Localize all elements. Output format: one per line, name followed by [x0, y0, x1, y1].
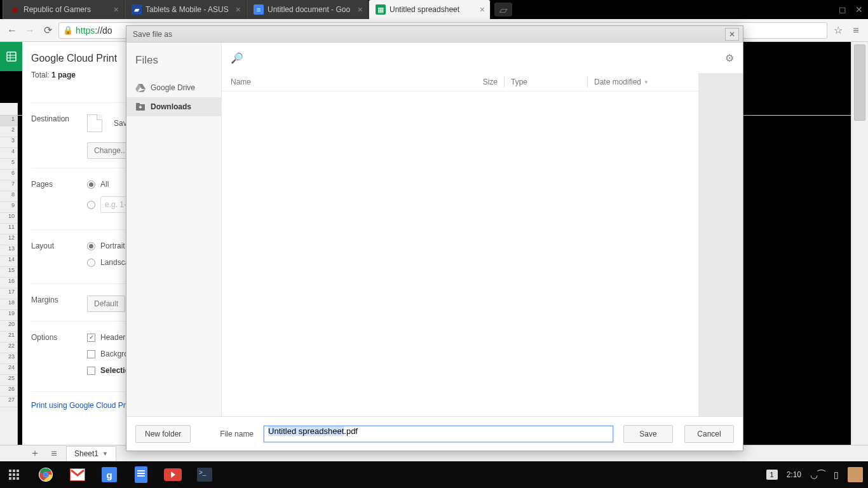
row-header[interactable]: 16 — [0, 278, 17, 288]
chrome-menu-icon[interactable]: ≡ — [849, 24, 863, 37]
app-launcher-icon[interactable] — [5, 466, 23, 484]
pages-range-radio[interactable] — [87, 201, 95, 209]
row-header[interactable]: 3 — [0, 137, 17, 148]
close-icon[interactable]: × — [236, 4, 241, 15]
row-header[interactable]: 5 — [0, 159, 17, 170]
row-header[interactable]: 25 — [0, 375, 17, 386]
add-sheet-button[interactable]: ＋ — [28, 447, 42, 461]
clock[interactable]: 2:10 — [787, 470, 801, 479]
browser-tab-active[interactable]: ▦ Untitled spreadsheet × — [369, 0, 491, 19]
sheets-app-icon[interactable] — [0, 42, 22, 71]
layout-portrait-radio[interactable] — [87, 242, 95, 250]
sheet-tab[interactable]: Sheet1▼ — [66, 446, 116, 461]
headers-checkbox[interactable] — [87, 334, 95, 342]
tab-title: Republic of Gamers — [24, 5, 110, 14]
row-header[interactable]: 27 — [0, 396, 17, 407]
back-button[interactable]: ← — [5, 24, 19, 37]
row-header[interactable]: 2 — [0, 126, 17, 137]
headers-label: Headers — [100, 333, 129, 342]
row-header[interactable]: 9 — [0, 202, 17, 213]
row-header[interactable]: 18 — [0, 299, 17, 310]
row-header[interactable]: 15 — [0, 267, 17, 278]
reload-button[interactable]: ⟳ — [41, 24, 55, 37]
youtube-app-icon[interactable] — [164, 466, 182, 484]
row-header[interactable]: 6 — [0, 170, 17, 180]
col-size[interactable]: Size — [467, 78, 498, 86]
new-folder-button[interactable]: New folder — [135, 425, 191, 443]
row-header[interactable]: 20 — [0, 321, 17, 332]
row-header[interactable]: 26 — [0, 386, 17, 396]
cancel-button[interactable]: Cancel — [684, 425, 734, 443]
col-name[interactable]: Name — [231, 78, 467, 86]
tab-title: Untitled document - Goo — [268, 5, 354, 14]
row-header[interactable]: 8 — [0, 191, 17, 202]
row-header[interactable]: 10 — [0, 213, 17, 224]
margins-select[interactable]: Default — [87, 295, 125, 312]
filename-input[interactable]: Untitled spreadsheet.pdf — [264, 426, 613, 442]
system-tray: 1 2:10 ◡⁀ ▯ — [766, 467, 863, 482]
browser-tab[interactable]: ≡ Untitled document - Goo × — [247, 0, 369, 19]
dialog-toolbar: 🔍 ⚙ — [222, 43, 743, 73]
scrollbar-thumb[interactable] — [854, 44, 865, 121]
row-header[interactable]: 21 — [0, 332, 17, 342]
svg-rect-13 — [13, 473, 15, 476]
chevron-down-icon: ▼ — [644, 79, 649, 85]
chrome-app-icon[interactable] — [37, 466, 55, 484]
row-header[interactable]: 12 — [0, 234, 17, 245]
options-label: Options — [31, 333, 87, 342]
forward-button[interactable]: → — [23, 24, 37, 37]
chevron-down-icon[interactable]: ▼ — [102, 451, 108, 457]
user-avatar-icon[interactable] — [848, 467, 863, 482]
battery-icon[interactable]: ▯ — [834, 470, 839, 480]
file-listing[interactable] — [222, 91, 698, 416]
vertical-scrollbar[interactable] — [851, 42, 868, 445]
selection-checkbox[interactable] — [87, 367, 95, 375]
browser-tab[interactable]: ▰ Tablets & Mobile - ASUS × — [125, 0, 247, 19]
browser-tab[interactable]: ◉ Republic of Gamers × — [3, 0, 125, 19]
url-protocol: https — [76, 25, 95, 36]
sidebar-item-downloads[interactable]: Downloads — [126, 97, 221, 116]
pages-all-radio[interactable] — [87, 180, 95, 189]
row-header[interactable]: 23 — [0, 353, 17, 364]
svg-rect-15 — [9, 477, 11, 480]
all-sheets-button[interactable]: ≡ — [47, 447, 61, 461]
row-header[interactable]: 7 — [0, 180, 17, 191]
layout-portrait-label: Portrait — [100, 241, 125, 250]
maximize-icon[interactable]: ◻ — [839, 4, 846, 15]
pages-all-label: All — [100, 180, 109, 189]
col-type[interactable]: Type — [511, 78, 581, 86]
docs-favicon-icon: ≡ — [254, 4, 264, 15]
close-icon[interactable]: × — [358, 4, 363, 15]
gear-icon[interactable]: ⚙ — [725, 52, 734, 64]
column-divider — [587, 76, 588, 88]
search-icon[interactable]: 🔍 — [231, 52, 243, 64]
bookmark-star-icon[interactable]: ☆ — [831, 24, 845, 37]
dialog-close-button[interactable]: ✕ — [725, 28, 739, 41]
column-headers: Name Size Type Date modified▼ — [222, 73, 698, 91]
row-header[interactable]: 4 — [0, 148, 17, 159]
row-header[interactable]: 1 — [0, 116, 17, 126]
notification-badge[interactable]: 1 — [766, 470, 778, 480]
row-header[interactable]: 19 — [0, 310, 17, 321]
row-header[interactable]: 17 — [0, 288, 17, 299]
col-date[interactable]: Date modified▼ — [594, 78, 689, 86]
background-checkbox[interactable] — [87, 350, 95, 358]
docs-app-icon[interactable] — [132, 466, 150, 484]
row-header[interactable]: 13 — [0, 245, 17, 256]
sidebar-item-drive[interactable]: Google Drive — [126, 78, 221, 97]
close-window-icon[interactable]: ✕ — [855, 4, 863, 15]
save-button[interactable]: Save — [623, 425, 673, 443]
window-controls: ◻ ✕ — [839, 0, 868, 19]
gmail-app-icon[interactable] — [69, 466, 86, 484]
google-search-app-icon[interactable]: g — [100, 466, 118, 484]
row-header[interactable]: 24 — [0, 364, 17, 375]
close-icon[interactable]: × — [114, 4, 119, 15]
layout-landscape-radio[interactable] — [87, 259, 95, 267]
row-header[interactable]: 22 — [0, 342, 17, 353]
row-header[interactable]: 11 — [0, 224, 17, 234]
close-icon[interactable]: × — [480, 4, 485, 15]
terminal-app-icon[interactable]: >_ — [196, 466, 214, 484]
new-tab-button[interactable]: ▱ — [494, 3, 512, 17]
row-header[interactable]: 14 — [0, 256, 17, 267]
wifi-icon[interactable]: ◡⁀ — [810, 470, 825, 480]
